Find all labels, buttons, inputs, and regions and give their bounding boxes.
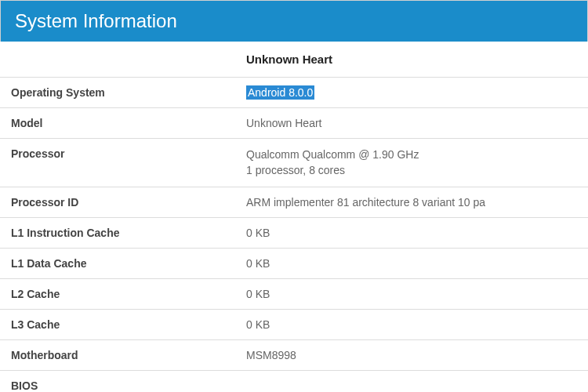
system-info-table: Unknown Heart Operating SystemAndroid 8.… xyxy=(0,42,588,392)
device-name-header: Unknown Heart xyxy=(235,42,588,78)
table-header-row: Unknown Heart xyxy=(0,42,588,78)
row-value: 0 KB xyxy=(235,279,588,310)
panel-title: System Information xyxy=(0,0,588,42)
table-row: L2 Cache0 KB xyxy=(0,279,588,310)
table-row: ModelUnknown Heart xyxy=(0,108,588,139)
row-label: L3 Cache xyxy=(0,310,235,340)
row-value: 0 KB xyxy=(235,218,588,249)
row-label: Motherboard xyxy=(0,340,235,371)
row-label: Processor xyxy=(0,139,235,187)
row-value: MSM8998 xyxy=(235,340,588,371)
row-label: Operating System xyxy=(0,78,235,108)
row-label: Model xyxy=(0,108,235,139)
table-row: ProcessorQualcomm Qualcomm @ 1.90 GHz1 p… xyxy=(0,139,588,187)
table-row: BIOS xyxy=(0,371,588,392)
row-label: BIOS xyxy=(0,371,235,392)
table-row: L1 Data Cache0 KB xyxy=(0,249,588,279)
row-value: 0 KB xyxy=(235,249,588,279)
row-value xyxy=(235,371,588,392)
row-label: L2 Cache xyxy=(0,279,235,310)
row-value: Qualcomm Qualcomm @ 1.90 GHz1 processor,… xyxy=(235,139,588,187)
row-value: Unknown Heart xyxy=(235,108,588,139)
table-row: MotherboardMSM8998 xyxy=(0,340,588,371)
table-row: L3 Cache0 KB xyxy=(0,310,588,340)
row-value: 0 KB xyxy=(235,310,588,340)
table-row: Operating SystemAndroid 8.0.0 xyxy=(0,78,588,108)
value-line: Qualcomm Qualcomm @ 1.90 GHz xyxy=(246,147,577,163)
row-label: Processor ID xyxy=(0,187,235,218)
row-value: Android 8.0.0 xyxy=(235,78,588,108)
row-value: ARM implementer 81 architecture 8 varian… xyxy=(235,187,588,218)
highlighted-value: Android 8.0.0 xyxy=(246,85,314,100)
table-row: Processor IDARM implementer 81 architect… xyxy=(0,187,588,218)
system-info-panel: System Information Unknown Heart Operati… xyxy=(0,0,588,392)
header-blank xyxy=(0,42,235,78)
table-row: L1 Instruction Cache0 KB xyxy=(0,218,588,249)
value-line: 1 processor, 8 cores xyxy=(246,163,577,179)
row-label: L1 Instruction Cache xyxy=(0,218,235,249)
row-label: L1 Data Cache xyxy=(0,249,235,279)
